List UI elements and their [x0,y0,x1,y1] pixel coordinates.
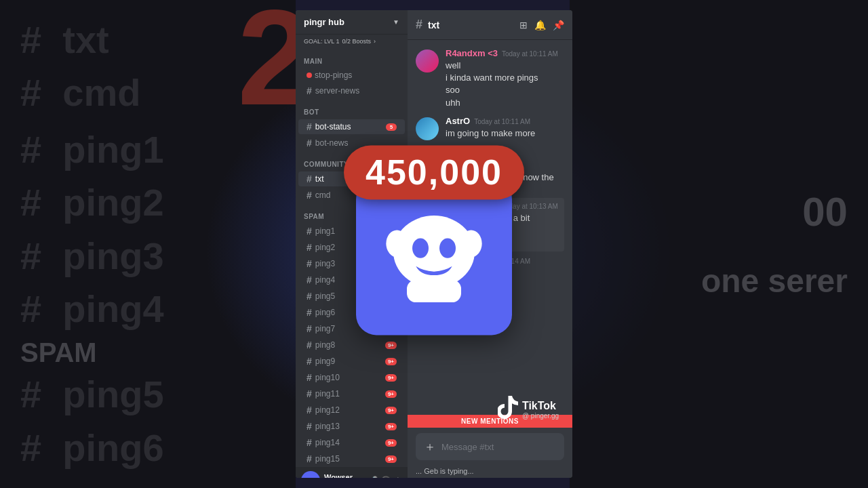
plus-icon[interactable]: ＋ [424,439,436,455]
bg-right-text: one serer [590,262,848,300]
message-input-box[interactable]: ＋ Message #txt [416,433,564,460]
boost-goal-label: GOAL: LVL 1 [304,38,340,45]
msg-author-astro: AstrO [446,116,470,126]
microphone-icon[interactable]: 🎤 [367,476,378,479]
svg-rect-5 [407,280,461,302]
tiktok-label: TikTok [522,400,559,412]
section-main: MAIN [296,48,408,68]
msg-text-r4-pings: i kinda want more pings [446,72,564,84]
msg-time-r4-1: Today at 10:11 AM [502,50,558,58]
channel-ping11[interactable]: # ping11 9+ [298,386,405,401]
message-group-astro-1: AstrO Today at 10:11 AM im going to make… [416,113,564,143]
hash-icon-ping14: # [307,437,312,448]
bell-icon[interactable]: 🔔 [534,20,546,30]
msg-header-astro-1: AstrO Today at 10:11 AM [446,116,564,126]
chat-hash-icon: # [416,18,422,32]
stop-dot-icon [307,73,312,78]
badge-ping14: 9+ [385,439,397,447]
avatar: W [301,471,320,478]
hash-icon-bot-news: # [307,138,312,148]
svg-point-1 [412,238,429,258]
channel-server-news[interactable]: # server-news [298,83,405,98]
channel-ping14[interactable]: # ping14 9+ [298,435,405,450]
channel-name-server-news: server-news [315,86,397,96]
channel-name-ping9: ping9 [315,357,385,366]
headphones-icon[interactable]: 🎧 [380,476,391,479]
message-group-r4-1: R4andxm <3 Today at 10:11 AM well i kind… [416,45,564,112]
hash-icon-cmd: # [307,190,312,201]
svg-point-4 [460,230,482,257]
hash-icon-ping7: # [307,323,312,334]
tiktok-icon [498,396,518,424]
msg-text-r4-uhh: uhh [446,97,564,109]
chat-header-icons: ⊞ 🔔 📌 [519,20,564,30]
hash-icon-ping4: # [307,274,312,285]
server-header[interactable]: pingr hub ▼ [296,10,408,35]
hashtag-icon[interactable]: ⊞ [519,20,528,30]
channel-ping15[interactable]: # ping15 9+ [298,451,405,466]
tiktok-handle: @ pinger.gg [522,412,559,420]
channel-name-bot-status: bot-status [315,122,386,131]
hash-icon-ping1: # [307,226,312,237]
hash-icon-ping10: # [307,372,312,383]
badge-450k: 450,000 [344,145,524,199]
pin-icon[interactable]: 📌 [553,20,564,30]
user-icons: 🎤 🎧 ⚙ [367,476,402,479]
background-right: 00 one serer [570,0,868,488]
msg-text-r4-soo: soo [446,84,564,96]
svg-point-3 [386,230,408,257]
channel-name-stop-pings: stop-pings [315,70,397,80]
avatar-astro [416,117,439,140]
tiktok-text-block: TikTok @ pinger.gg [522,400,559,420]
hash-icon-server-news: # [307,85,312,96]
channel-name-ping10: ping10 [315,373,385,382]
svg-point-2 [439,238,456,258]
msg-content-astro-1: AstrO Today at 10:11 AM im going to make… [446,116,564,140]
discord-logo-svg [380,203,488,311]
typing-indicator: ... Geb is typing... [408,466,572,478]
hash-icon-ping12: # [307,405,312,415]
hash-icon-ping13: # [307,421,312,432]
server-name: pingr hub [304,17,344,27]
hash-icon-ping9: # [307,356,312,367]
user-name: WowsersIH... [324,473,363,478]
msg-text-r4-well: well [446,60,564,72]
channel-bot-status[interactable]: # bot-status 5 [298,119,405,134]
boost-arrow-icon: › [374,38,376,45]
channel-stop-pings[interactable]: stop-pings [298,68,405,82]
tiktok-watermark: TikTok @ pinger.gg [498,396,559,424]
hash-icon-ping6: # [307,307,312,318]
user-bar: W WowsersIH... #7217 🎤 🎧 ⚙ [296,467,408,478]
channel-ping13[interactable]: # ping13 9+ [298,419,405,434]
msg-author-r4: R4andxm <3 [446,48,498,58]
badge-bot-status: 5 [386,123,397,131]
channel-ping8[interactable]: # ping8 9+ [298,338,405,352]
channel-name-ping15: ping15 [315,454,385,464]
settings-icon[interactable]: ⚙ [394,476,402,479]
msg-header-r4-1: R4andxm <3 Today at 10:11 AM [446,48,564,58]
hash-icon-bot-status: # [307,121,312,132]
hash-icon-ping5: # [307,291,312,302]
hash-icon-ping2: # [307,242,312,253]
section-bot: BOT [296,99,408,119]
boost-bar: GOAL: LVL 1 0/2 Boosts › [296,35,408,48]
channel-ping12[interactable]: # ping12 9+ [298,403,405,418]
channel-ping10[interactable]: # ping10 9+ [298,370,405,385]
badge-ping8: 9+ [385,342,397,349]
badge-ping12: 9+ [385,407,397,414]
chat-header: # txt ⊞ 🔔 📌 [408,10,572,40]
badge-ping10: 9+ [385,374,397,382]
hash-icon-ping15: # [307,453,312,464]
badge-ping13: 9+ [385,423,397,430]
channel-ping9[interactable]: # ping9 9+ [298,354,405,369]
chat-channel-name: txt [428,20,439,30]
channel-name-ping11: ping11 [315,389,385,399]
badge-ping11: 9+ [385,390,397,398]
message-input-area: ＋ Message #txt [408,428,572,466]
bg-hash-ping6: # ping6 [20,422,275,474]
discord-logo-container [356,179,512,335]
channel-name-ping14: ping14 [315,438,385,447]
channel-name-ping12: ping12 [315,405,385,415]
badge-ping9: 9+ [385,358,397,365]
msg-text-astro-make: im going to make more [446,127,564,140]
